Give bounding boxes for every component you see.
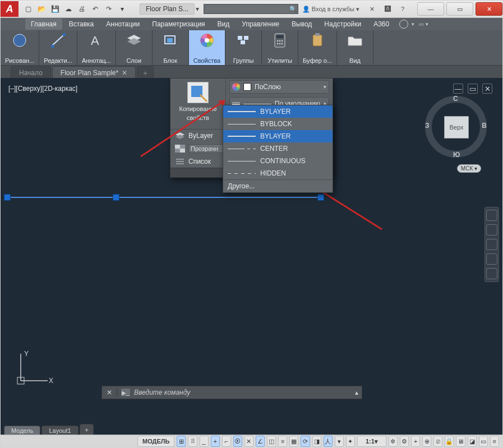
document-title-caret-icon[interactable]: ▾	[196, 5, 199, 13]
open-icon[interactable]: 📂	[35, 3, 48, 15]
help-icon[interactable]: ?	[397, 2, 408, 16]
status-dynamic-ucs-icon[interactable]: 人	[324, 436, 333, 447]
viewcube-north[interactable]: С	[453, 95, 458, 103]
a360-icon[interactable]: 🅰	[381, 2, 395, 16]
qat-more-icon[interactable]: ▾	[116, 3, 128, 15]
status-gizmo-icon[interactable]: ✦	[346, 436, 355, 447]
viewport-label[interactable]: [–][Сверху][2D-каркас]	[8, 85, 77, 93]
zoom-icon[interactable]	[486, 239, 497, 250]
grip-endpoint-left[interactable]	[4, 194, 11, 201]
status-hardware-icon[interactable]: 🖥	[456, 436, 465, 447]
status-transparency-icon[interactable]: ▦	[289, 436, 298, 447]
status-lineweight-icon[interactable]: ≡	[278, 436, 287, 447]
viewcube-face-top[interactable]: Верх	[444, 116, 469, 138]
selected-line[interactable]	[6, 197, 320, 198]
tab-output[interactable]: Вывод	[286, 19, 317, 30]
ucs-icon[interactable]: Y X	[14, 348, 53, 389]
grip-endpoint-right[interactable]	[317, 194, 324, 201]
status-snap-icon[interactable]: ⠿	[188, 436, 197, 447]
status-filter-icon[interactable]: ▾	[335, 436, 344, 447]
commandline-close-icon[interactable]: ✕	[105, 389, 117, 396]
linetype-item-byblock[interactable]: BYBLOCK	[223, 118, 333, 130]
color-dropdown[interactable]: ПоСлою ▾	[229, 80, 329, 94]
status-osnap-icon[interactable]: ∠	[256, 436, 265, 447]
status-dynamic-input-icon[interactable]: +	[211, 436, 220, 447]
panel-modify[interactable]: Редакти...	[39, 30, 77, 65]
commandline-recent-icon[interactable]: ▴	[355, 389, 358, 396]
panel-clipboard[interactable]: Буфер о...	[298, 30, 337, 65]
file-tab-new[interactable]: ＋	[137, 66, 154, 79]
viewcube-east[interactable]: В	[482, 122, 487, 130]
wcs-badge[interactable]: МСК ▾	[457, 164, 481, 173]
viewcube[interactable]: Верх С Ю З В	[425, 96, 487, 158]
tab-parametric[interactable]: Параметризация	[146, 19, 210, 30]
layout-tab-add[interactable]: ＋	[80, 424, 94, 435]
minimize-button[interactable]: —	[417, 2, 444, 16]
layout-tab-model[interactable]: Модель	[4, 426, 40, 435]
ribbon-caret-icon[interactable]: ▾	[412, 21, 414, 27]
panel-block[interactable]: Блок	[153, 30, 189, 65]
signin-button[interactable]: 👤 Вход в службы ▾	[298, 2, 363, 16]
panel-view[interactable]: Вид	[337, 30, 373, 65]
maximize-button[interactable]: ▭	[446, 2, 473, 16]
file-tab-close-icon[interactable]: ✕	[122, 69, 127, 77]
command-line[interactable]: ✕ ▶_ Введите команду ▴	[101, 386, 362, 399]
tab-insert[interactable]: Вставка	[63, 19, 100, 30]
status-workspace-icon[interactable]: ⚙	[400, 436, 409, 447]
document-title[interactable]: Floor Plan S...	[140, 3, 195, 15]
exchange-icon[interactable]: ✕	[366, 2, 379, 16]
pan-icon[interactable]	[486, 224, 497, 235]
status-lock-icon[interactable]: 🔒	[445, 436, 454, 447]
viewcube-south[interactable]: Ю	[453, 151, 460, 159]
linetype-item-center[interactable]: CENTER	[223, 142, 333, 155]
vp-minimize-icon[interactable]: —	[453, 84, 463, 94]
tab-a360[interactable]: A360	[368, 19, 395, 30]
status-annoscale-icon[interactable]: ✲	[389, 436, 398, 447]
orbit-icon[interactable]	[486, 253, 497, 265]
save-icon[interactable]: 💾	[49, 3, 61, 15]
linetype-item-continuous[interactable]: CONTINUOUS	[223, 155, 333, 167]
panel-utilities[interactable]: Утилиты	[262, 30, 298, 65]
status-otrack-icon[interactable]: ◫	[267, 436, 276, 447]
drawing-canvas[interactable]: [–][Сверху][2D-каркас] — ▭ ✕ Копирование…	[1, 78, 502, 424]
status-clean-icon[interactable]: ▭	[479, 436, 488, 447]
panel-draw[interactable]: Рисован...	[1, 30, 39, 65]
showmotion-icon[interactable]	[486, 268, 497, 279]
tab-annotate[interactable]: Аннотации	[100, 19, 145, 30]
panel-properties[interactable]: Свойства	[189, 30, 225, 65]
viewcube-west[interactable]: З	[425, 122, 430, 130]
search-input[interactable]	[204, 4, 298, 14]
status-model-button[interactable]: МОДЕЛЬ	[137, 436, 174, 447]
steering-wheel-icon[interactable]	[486, 210, 497, 221]
file-tab-start[interactable]: Начало	[11, 66, 51, 79]
ribbon-minimize-icon[interactable]: ▭ ▾	[419, 21, 428, 27]
status-isolate-icon[interactable]: ◪	[468, 436, 477, 447]
new-icon[interactable]: ▢	[22, 3, 34, 15]
status-customize-icon[interactable]: ≡	[490, 436, 499, 447]
close-button[interactable]: ✕	[476, 2, 502, 16]
status-ortho-icon[interactable]: ⌐	[222, 436, 231, 447]
match-properties-button[interactable]: Копирование свойств	[170, 78, 226, 129]
status-units-icon[interactable]: ⊕	[422, 436, 431, 447]
status-polar-icon[interactable]: ⦿	[233, 436, 242, 447]
print-icon[interactable]: 🖨	[76, 3, 88, 15]
saveas-icon[interactable]: ☁	[62, 3, 75, 15]
grip-midpoint[interactable]	[113, 194, 119, 201]
layout-tab-layout1[interactable]: Layout1	[41, 426, 78, 435]
undo-icon[interactable]: ↶	[89, 3, 101, 15]
status-3dosnap-icon[interactable]: ◨	[312, 436, 321, 447]
status-cycling-icon[interactable]: ⟳	[301, 436, 310, 447]
linetype-item-bylayer[interactable]: BYLAYER	[223, 105, 333, 118]
status-quickprops-icon[interactable]: ⎚	[433, 436, 442, 447]
vp-restore-icon[interactable]: ▭	[468, 84, 478, 94]
vp-close-icon[interactable]: ✕	[482, 84, 492, 94]
tab-home[interactable]: Главная	[25, 19, 62, 30]
status-scale-button[interactable]: 1:1 ▾	[357, 436, 386, 447]
app-logo[interactable]: A	[1, 1, 19, 17]
linetype-item-bylayer2[interactable]: BYLAYER	[223, 130, 333, 142]
tab-addins[interactable]: Надстройки	[319, 19, 367, 30]
linetype-other[interactable]: Другое...	[223, 179, 333, 192]
linetype-item-hidden[interactable]: HIDDEN	[223, 167, 333, 179]
redo-icon[interactable]: ↷	[103, 3, 115, 15]
tab-manage[interactable]: Управление	[236, 19, 285, 30]
